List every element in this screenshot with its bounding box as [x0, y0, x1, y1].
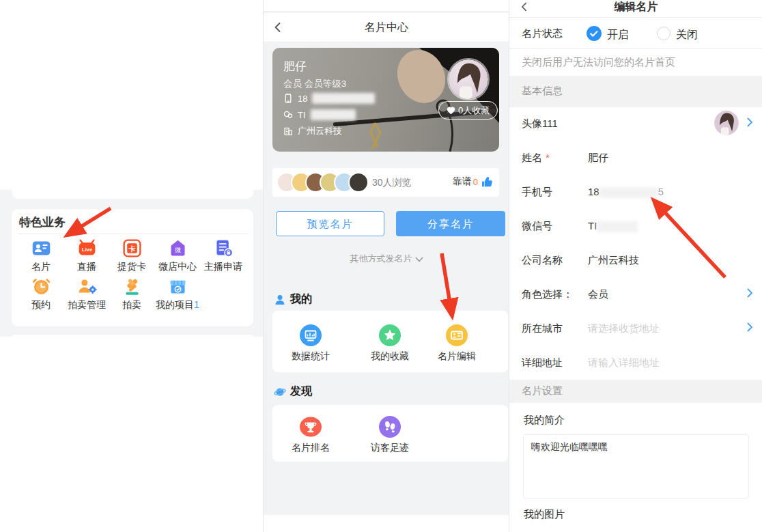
- discover-card: 名片排名 访客足迹: [272, 405, 508, 462]
- city-field-placeholder[interactable]: 请选择收货地址: [588, 322, 660, 335]
- wechat-field-value[interactable]: TI: [588, 220, 638, 232]
- viewer-count: 30人浏览: [372, 177, 412, 189]
- required-mark: *: [546, 152, 550, 163]
- edit-card-header: 编辑名片: [509, 0, 762, 18]
- discover-item-ranking[interactable]: 名片排名: [282, 416, 339, 454]
- option-off-label: 关闭: [676, 28, 698, 42]
- service-item-my-project[interactable]: 我的项目1: [155, 276, 200, 311]
- share-card-button[interactable]: 分享名片: [396, 211, 505, 236]
- discover-section-header: 发现: [274, 384, 312, 399]
- screenshot-root: 特色业务 名片 Live 直播 卡 提货卡 微 微店中心 主播申请 预约 拍卖管…: [0, 0, 762, 532]
- planet-icon: [274, 386, 286, 398]
- building-icon: [283, 126, 293, 136]
- profile-company: 广州云科技: [298, 125, 342, 137]
- role-field-value[interactable]: 会员: [588, 288, 608, 301]
- trust-vote[interactable]: 靠谱 0: [453, 176, 493, 188]
- card-center-panel: 名片中心 肥仔 会员 会员等级3 18 TI: [263, 0, 509, 532]
- mine-item-statistics[interactable]: 数据统计: [282, 324, 339, 363]
- mine-item-favorites[interactable]: 我的收藏: [361, 324, 419, 363]
- name-field-label: 姓名*: [522, 152, 550, 165]
- service-item-host-apply[interactable]: 主播申请: [201, 238, 246, 273]
- company-field-value[interactable]: 广州云科技: [588, 254, 639, 267]
- service-item-microstore[interactable]: 微 微店中心: [155, 238, 200, 273]
- avatar-field-thumbnail[interactable]: [714, 111, 739, 135]
- status-hint: 关闭后用户无法访问您的名片首页: [522, 56, 675, 69]
- service-label: 提货卡: [109, 261, 154, 273]
- preview-card-button[interactable]: 预览名片: [276, 211, 384, 236]
- radio-on-checked[interactable]: [587, 26, 602, 41]
- statistics-icon: [282, 324, 339, 346]
- thumbs-up-icon: [481, 176, 493, 188]
- mine-section-title: 我的: [290, 292, 312, 307]
- pictures-label: 我的图片: [524, 508, 565, 521]
- edit-card-panel: 编辑名片 名片状态 开启 关闭 关闭后用户无法访问您的名片首页 基本信息 头像1…: [509, 0, 762, 532]
- section-card-settings: 名片设置: [509, 380, 762, 403]
- viewer-avatar: [348, 172, 369, 193]
- mine-card: 数据统计 我的收藏 名片编辑: [272, 311, 508, 372]
- role-field-label: 角色选择：: [522, 288, 573, 301]
- profile-phone-row: 18: [283, 93, 375, 104]
- service-label: 我的项目1: [155, 299, 200, 311]
- service-label: 拍卖: [109, 299, 154, 311]
- profile-company-row: 广州云科技: [283, 125, 342, 137]
- service-label: 直播: [64, 261, 109, 273]
- mine-item-label: 名片编辑: [428, 350, 485, 363]
- service-item-live[interactable]: Live 直播: [64, 238, 109, 273]
- wechat-field-label: 微信号: [522, 220, 552, 233]
- page-title: 名片中心: [264, 20, 509, 35]
- profile-card[interactable]: 肥仔 会员 会员等级3 18 TI 广州云科技 0人收藏: [272, 48, 499, 152]
- left-card-below: [12, 335, 253, 337]
- star-icon: [361, 324, 419, 346]
- wechat-icon: [283, 110, 293, 120]
- host-apply-icon: [201, 238, 246, 259]
- section-basic-info: 基本信息: [509, 76, 762, 107]
- svg-text:Live: Live: [81, 247, 92, 253]
- service-label: 预约: [18, 299, 63, 311]
- svg-text:微: 微: [174, 247, 180, 253]
- service-item-appointment[interactable]: 预约: [18, 276, 63, 311]
- divider: [18, 234, 247, 234]
- alarm-clock-icon: [18, 276, 63, 297]
- phone-icon: [283, 94, 293, 103]
- live-tv-icon: Live: [64, 238, 109, 259]
- mine-item-card-edit[interactable]: 名片编辑: [428, 324, 485, 363]
- chevron-right-icon[interactable]: [746, 322, 753, 333]
- avatar-field-label: 头像111: [522, 117, 558, 130]
- mine-section-header: 我的: [274, 292, 312, 307]
- company-field-label: 公司名称: [522, 254, 563, 267]
- profile-phone: 18: [298, 94, 307, 104]
- pickup-card-icon: 卡: [109, 238, 154, 259]
- card-status-row: 名片状态: [509, 18, 762, 49]
- profile-wechat: TI: [298, 110, 306, 120]
- intro-textarea[interactable]: 嗨欢迎光临嘿嘿嘿: [523, 434, 749, 499]
- profile-wechat-row: TI: [283, 109, 356, 120]
- chevron-right-icon[interactable]: [746, 117, 753, 128]
- profile-name: 肥仔: [283, 59, 307, 74]
- service-item-pickup-card[interactable]: 卡 提货卡: [109, 238, 154, 273]
- featured-services-title: 特色业务: [19, 214, 66, 230]
- favorite-count-label: 0人收藏: [458, 104, 490, 117]
- status-label: 名片状态: [522, 27, 563, 40]
- address-field-placeholder[interactable]: 请输入详细地址: [588, 356, 660, 369]
- discover-item-label: 访客足迹: [361, 442, 419, 454]
- discover-item-footprints[interactable]: 访客足迹: [361, 416, 419, 454]
- other-share-toggle[interactable]: 其他方式发名片: [264, 253, 509, 265]
- name-field-value[interactable]: 肥仔: [588, 152, 608, 165]
- phone-field-value[interactable]: 185: [588, 186, 664, 198]
- footprints-icon: [361, 416, 419, 438]
- service-item-auction[interactable]: 拍卖: [109, 276, 154, 311]
- profile-avatar: [449, 59, 488, 99]
- option-on-label: 开启: [607, 28, 629, 42]
- favorite-count-pill[interactable]: 0人收藏: [438, 101, 498, 120]
- radio-off-unchecked[interactable]: [657, 27, 671, 40]
- page-title: 编辑名片: [509, 0, 762, 14]
- microstore-icon: 微: [155, 238, 200, 259]
- svg-text:卡: 卡: [128, 245, 135, 253]
- chevron-right-icon[interactable]: [746, 288, 753, 298]
- service-item-business-card[interactable]: 名片: [18, 238, 63, 273]
- trophy-icon: [282, 416, 339, 438]
- privacy-blur: [311, 109, 356, 120]
- service-label: 名片: [18, 261, 63, 273]
- heart-icon: [447, 107, 455, 115]
- service-item-auction-manage[interactable]: 拍卖管理: [64, 276, 109, 311]
